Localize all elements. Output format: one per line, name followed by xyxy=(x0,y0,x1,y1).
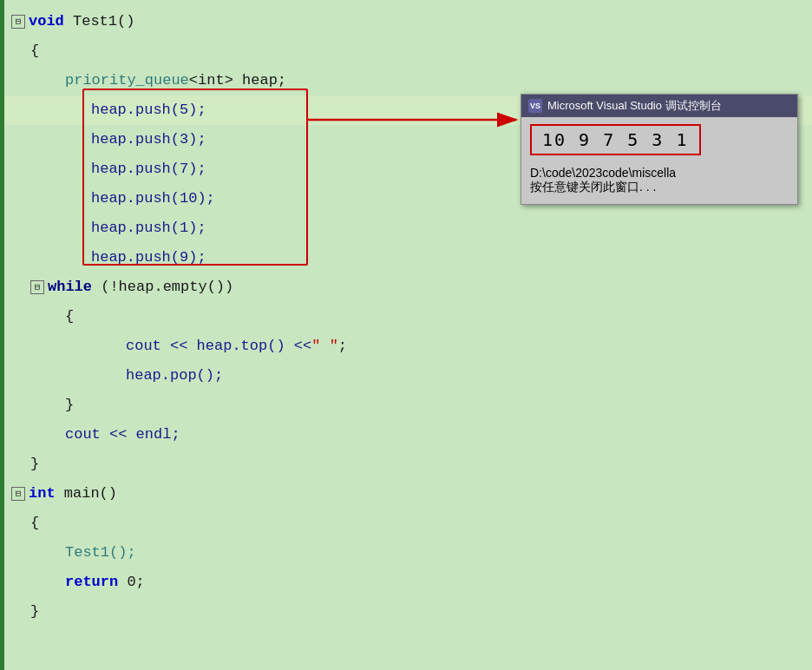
collapse-icon-2[interactable]: ⊟ xyxy=(30,280,44,294)
code-token: main() xyxy=(64,479,117,509)
code-token: heap.push(3); xyxy=(91,125,206,154)
console-hint: 按任意键关闭此窗口. . . xyxy=(530,180,789,195)
code-token: heap.push(10); xyxy=(91,184,215,213)
code-token: void xyxy=(29,7,64,36)
code-token: heap.pop(); xyxy=(126,361,223,391)
code-line-3: priority_queue<int> heap; xyxy=(4,66,812,95)
code-token: ; xyxy=(338,332,347,361)
code-line-11: { xyxy=(4,302,812,332)
console-body: 10 9 7 5 3 1 D:\code\2023code\miscella 按… xyxy=(521,117,797,204)
collapse-icon-3[interactable]: ⊟ xyxy=(11,487,25,501)
code-line-16: } xyxy=(4,450,812,479)
code-token: { xyxy=(30,509,39,538)
code-token: " " xyxy=(311,332,338,361)
code-line-19: Test1(); xyxy=(4,538,812,568)
console-titlebar: VS Microsoft Visual Studio 调试控制台 xyxy=(521,95,797,117)
code-token: Test1() xyxy=(73,7,134,36)
code-line-8: heap.push(1); xyxy=(4,213,812,243)
console-title: Microsoft Visual Studio 调试控制台 xyxy=(547,98,722,114)
code-token: } xyxy=(65,391,74,420)
output-box: 10 9 7 5 3 1 xyxy=(530,124,701,155)
code-line-12: cout << heap.top() << " "; xyxy=(4,332,812,361)
output-text: 10 9 7 5 3 1 xyxy=(542,129,689,150)
code-token: } xyxy=(30,597,39,627)
code-line-20: return 0; xyxy=(4,568,812,597)
code-line-9: heap.push(9); xyxy=(4,243,812,273)
path-text: D:\code\2023code\miscella xyxy=(530,166,676,180)
code-token: heap.push(5); xyxy=(91,95,206,125)
code-line-15: cout << endl; xyxy=(4,420,812,450)
collapse-icon-1[interactable]: ⊟ xyxy=(11,15,25,29)
code-token: cout << endl; xyxy=(65,420,180,450)
code-token: heap.push(1); xyxy=(91,213,206,243)
code-token: while xyxy=(48,273,92,302)
code-line-2: { xyxy=(4,36,812,66)
code-token: 0; xyxy=(118,568,145,597)
code-token: (!heap.empty()) xyxy=(92,273,233,302)
code-token: { xyxy=(30,36,39,66)
code-line-1: ⊟ void Test1() xyxy=(4,7,812,36)
code-token: { xyxy=(65,302,74,332)
code-line-13: heap.pop(); xyxy=(4,361,812,391)
code-line-21: } xyxy=(4,597,812,627)
code-token: int xyxy=(29,479,56,509)
vs-icon-text: VS xyxy=(530,102,540,110)
code-token: return xyxy=(65,568,118,597)
code-token: } xyxy=(30,450,39,479)
console-window: VS Microsoft Visual Studio 调试控制台 10 9 7 … xyxy=(521,94,798,205)
console-path: D:\code\2023code\miscella xyxy=(530,166,789,180)
code-token: <int> heap; xyxy=(189,66,286,95)
code-line-10: ⊟ while (!heap.empty()) xyxy=(4,273,812,302)
code-token: Test1(); xyxy=(65,538,136,568)
code-token: heap.push(7); xyxy=(91,154,206,184)
main-container: ⊟ void Test1() { priority_queue<int> hea… xyxy=(0,0,812,670)
code-token: priority_queue xyxy=(65,66,189,95)
code-line-18: { xyxy=(4,509,812,538)
code-line-14: } xyxy=(4,391,812,420)
code-token: cout << heap.top() << xyxy=(126,332,311,361)
code-line-17: ⊟ int main() xyxy=(4,479,812,509)
hint-text: 按任意键关闭此窗口. . . xyxy=(530,180,656,194)
vs-icon: VS xyxy=(528,99,542,113)
code-token: heap.push(9); xyxy=(91,243,206,273)
